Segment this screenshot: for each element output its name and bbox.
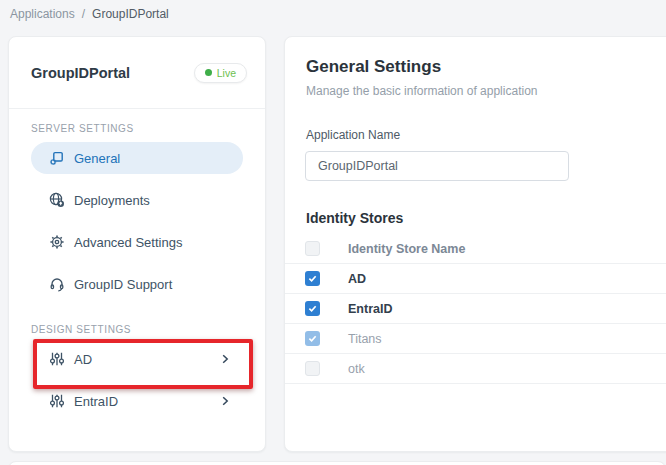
sidebar-item-label: Advanced Settings <box>74 235 182 250</box>
globe-deploy-icon <box>49 192 65 208</box>
general-settings-panel: General Settings Manage the basic inform… <box>284 36 666 452</box>
breadcrumb: Applications / GroupIDPortal <box>10 7 169 21</box>
row-checkbox-disabled <box>305 331 320 346</box>
bottom-panel-edge <box>8 461 666 465</box>
row-checkbox[interactable] <box>305 301 320 316</box>
column-header-identity-store-name: Identity Store Name <box>348 242 465 256</box>
store-name: Titans <box>348 332 382 346</box>
sidebar-item-groupid-support[interactable]: GroupID Support <box>31 268 243 300</box>
sidebar-item-general[interactable]: General <box>31 142 243 174</box>
sidebar-item-entraid[interactable]: EntraID <box>31 385 243 417</box>
chevron-right-icon <box>219 353 231 365</box>
design-settings-section-label: DESIGN SETTINGS <box>31 324 265 335</box>
app-window-gear-icon <box>49 150 65 166</box>
server-settings-section-label: SERVER SETTINGS <box>31 123 265 134</box>
gear-icon <box>49 234 65 250</box>
breadcrumb-applications[interactable]: Applications <box>10 7 75 21</box>
store-name: AD <box>348 272 366 286</box>
row-checkbox[interactable] <box>305 271 320 286</box>
sidebar-item-label: Deployments <box>74 193 150 208</box>
breadcrumb-current-page: GroupIDPortal <box>92 7 169 21</box>
sidebar-item-label: EntraID <box>74 394 118 409</box>
table-row: Titans <box>285 324 666 354</box>
table-row: otk <box>285 354 666 384</box>
page-title: General Settings <box>306 57 665 77</box>
sliders-icon <box>49 393 65 409</box>
table-row: AD <box>285 264 666 294</box>
checkmark-icon <box>308 304 317 313</box>
table-header-row: Identity Store Name <box>285 234 666 264</box>
select-all-checkbox[interactable] <box>305 241 320 256</box>
sidebar-item-label: General <box>74 151 120 166</box>
status-badge: Live <box>194 63 247 83</box>
sidebar-item-deployments[interactable]: Deployments <box>31 184 243 216</box>
status-badge-label: Live <box>217 67 236 79</box>
chevron-right-icon <box>219 395 231 407</box>
page-subtitle: Manage the basic information of applicat… <box>306 84 665 98</box>
sidebar-item-label: GroupID Support <box>74 277 172 292</box>
headset-icon <box>49 276 65 292</box>
sliders-icon <box>49 351 65 367</box>
sidebar-item-ad[interactable]: AD <box>31 343 243 375</box>
application-name-input[interactable] <box>305 151 569 181</box>
sidebar-panel: GroupIDPortal Live SERVER SETTINGS Gener… <box>8 36 266 452</box>
live-dot-icon <box>205 69 212 76</box>
sidebar-header: GroupIDPortal Live <box>9 37 265 109</box>
sidebar-item-label: AD <box>74 352 92 367</box>
identity-stores-title: Identity Stores <box>306 210 665 226</box>
sidebar-item-advanced-settings[interactable]: Advanced Settings <box>31 226 243 258</box>
application-name-label: Application Name <box>306 128 665 142</box>
breadcrumb-separator: / <box>82 7 85 21</box>
row-checkbox[interactable] <box>305 361 320 376</box>
table-row: EntraID <box>285 294 666 324</box>
identity-stores-table: Identity Store Name AD EntraID Titans <box>285 234 666 384</box>
checkmark-icon <box>308 274 317 283</box>
app-title: GroupIDPortal <box>31 65 130 81</box>
store-name: EntraID <box>348 302 392 316</box>
store-name: otk <box>348 362 365 376</box>
checkmark-icon <box>308 334 317 343</box>
